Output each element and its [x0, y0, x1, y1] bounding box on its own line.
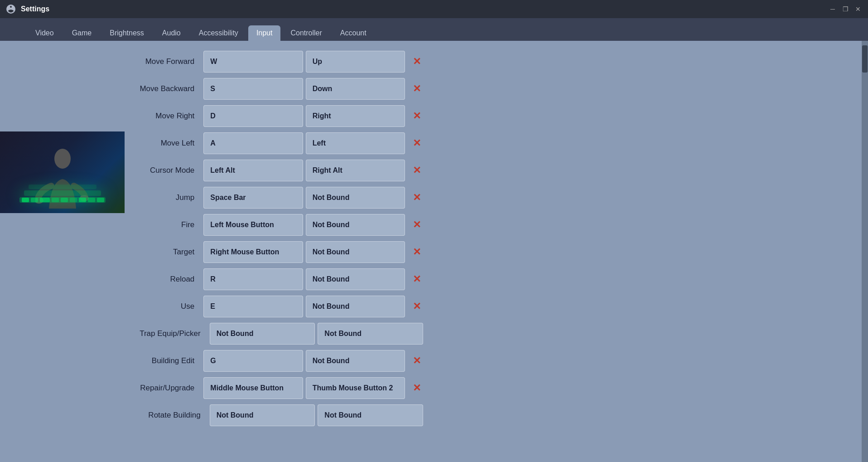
primary-slot[interactable]: Not Bound	[210, 323, 315, 345]
keybind-table: Move Forward W Up ✕ Move Backward S Down…	[109, 50, 426, 431]
svg-rect-8	[40, 198, 50, 202]
secondary-slot[interactable]: Up	[306, 51, 405, 73]
nav-game[interactable]: Game	[64, 25, 100, 41]
keybind-row: Move Left A Left ✕	[109, 131, 426, 155]
minimize-button[interactable]: ─	[828, 5, 837, 13]
svg-rect-14	[97, 198, 104, 202]
scrollbar-thumb[interactable]	[862, 45, 868, 73]
keybind-row: Trap Equip/Picker Not Bound Not Bound	[109, 322, 426, 345]
secondary-slot[interactable]: Not Bound	[306, 350, 405, 372]
x-icon: ✕	[413, 111, 421, 121]
window-title: Settings	[21, 5, 49, 13]
clear-button[interactable]: ✕	[408, 352, 426, 370]
secondary-slot[interactable]: Down	[306, 78, 405, 100]
clear-button[interactable]: ✕	[408, 379, 426, 397]
clear-button[interactable]: ✕	[408, 216, 426, 234]
secondary-slot[interactable]: Right Alt	[306, 160, 405, 181]
primary-slot[interactable]: W	[203, 51, 303, 73]
primary-slot[interactable]: Middle Mouse Button	[203, 377, 303, 399]
primary-slot[interactable]: E	[203, 296, 303, 317]
secondary-slot[interactable]: Left	[306, 132, 405, 154]
clear-button[interactable]: ✕	[408, 161, 426, 180]
primary-slot[interactable]: S	[203, 78, 303, 100]
x-icon: ✕	[413, 356, 421, 366]
nav-bar: Video Game Brightness Audio Accessibilit…	[0, 18, 868, 41]
keybind-row: Rotate Building Not Bound Not Bound	[109, 404, 426, 427]
nav-input[interactable]: Input	[248, 25, 281, 41]
scrollbar-track[interactable]	[862, 41, 868, 462]
nav-account[interactable]: Account	[332, 25, 375, 41]
primary-slot[interactable]: G	[203, 350, 303, 372]
main-area: Move Forward W Up ✕ Move Backward S Down…	[0, 41, 868, 462]
keybind-row: Fire Left Mouse Button Not Bound ✕	[109, 213, 426, 237]
svg-rect-5	[29, 185, 96, 189]
keybind-row: Use E Not Bound ✕	[109, 295, 426, 318]
secondary-slot[interactable]: Not Bound	[306, 241, 405, 263]
svg-rect-7	[31, 198, 38, 202]
svg-rect-4	[24, 190, 101, 196]
nav-video[interactable]: Video	[27, 25, 62, 41]
secondary-slot[interactable]: Thumb Mouse Button 2	[306, 377, 405, 399]
primary-slot[interactable]: A	[203, 132, 303, 154]
clear-button[interactable]: ✕	[408, 80, 426, 98]
svg-rect-12	[79, 198, 86, 202]
svg-point-2	[80, 195, 89, 201]
restore-button[interactable]: ❐	[841, 5, 850, 13]
action-label: Move Backward	[109, 84, 203, 93]
secondary-slot[interactable]: Not Bound	[306, 268, 405, 290]
primary-slot[interactable]: Left Alt	[203, 160, 303, 181]
x-icon: ✕	[413, 383, 421, 393]
svg-rect-9	[52, 198, 59, 202]
secondary-slot[interactable]: Not Bound	[318, 404, 423, 426]
primary-slot[interactable]: Space Bar	[203, 187, 303, 209]
action-label: Move Forward	[109, 57, 203, 66]
keybind-row: Move Forward W Up ✕	[109, 50, 426, 73]
primary-slot[interactable]: D	[203, 105, 303, 127]
keybind-row: Cursor Mode Left Alt Right Alt ✕	[109, 159, 426, 182]
title-bar-left: Settings	[5, 4, 49, 15]
secondary-slot[interactable]: Not Bound	[306, 187, 405, 209]
clear-button[interactable]: ✕	[408, 134, 426, 152]
nav-accessibility[interactable]: Accessibility	[191, 25, 246, 41]
primary-slot[interactable]: Right Mouse Button	[203, 241, 303, 263]
secondary-slot[interactable]: Not Bound	[306, 214, 405, 236]
x-icon: ✕	[413, 165, 421, 175]
clear-button[interactable]: ✕	[408, 189, 426, 207]
svg-point-0	[54, 149, 71, 169]
webcam-thumbnail	[0, 131, 125, 213]
primary-slot[interactable]: Left Mouse Button	[203, 214, 303, 236]
window-controls: ─ ❐ ✕	[828, 5, 863, 13]
keybind-row: Move Backward S Down ✕	[109, 77, 426, 101]
clear-button[interactable]: ✕	[408, 297, 426, 316]
primary-slot[interactable]: R	[203, 268, 303, 290]
secondary-slot[interactable]: Not Bound	[306, 296, 405, 317]
nav-brightness[interactable]: Brightness	[101, 25, 152, 41]
svg-rect-11	[70, 198, 77, 202]
clear-button[interactable]: ✕	[408, 243, 426, 261]
secondary-slot[interactable]: Not Bound	[318, 323, 423, 345]
close-button[interactable]: ✕	[854, 5, 863, 13]
clear-button[interactable]: ✕	[408, 270, 426, 288]
primary-slot[interactable]: Not Bound	[210, 404, 315, 426]
keybind-row: Repair/Upgrade Middle Mouse Button Thumb…	[109, 376, 426, 400]
nav-audio[interactable]: Audio	[154, 25, 189, 41]
nav-controller[interactable]: Controller	[282, 25, 330, 41]
action-label: Reload	[109, 275, 203, 284]
keybind-row: Target Right Mouse Button Not Bound ✕	[109, 240, 426, 264]
webcam-video	[0, 131, 125, 213]
x-icon: ✕	[413, 247, 421, 257]
x-icon: ✕	[413, 274, 421, 284]
keybind-row: Reload R Not Bound ✕	[109, 267, 426, 291]
x-icon: ✕	[413, 57, 421, 67]
svg-rect-6	[22, 198, 29, 202]
svg-rect-13	[88, 198, 95, 202]
action-label: Use	[109, 302, 203, 311]
clear-button[interactable]: ✕	[408, 107, 426, 125]
content-panel[interactable]: Move Forward W Up ✕ Move Backward S Down…	[0, 41, 868, 462]
x-icon: ✕	[413, 84, 421, 94]
keybind-row: Building Edit G Not Bound ✕	[109, 349, 426, 373]
action-label: Move Right	[109, 112, 203, 121]
secondary-slot[interactable]: Right	[306, 105, 405, 127]
clear-button[interactable]: ✕	[408, 53, 426, 71]
x-icon: ✕	[413, 302, 421, 311]
